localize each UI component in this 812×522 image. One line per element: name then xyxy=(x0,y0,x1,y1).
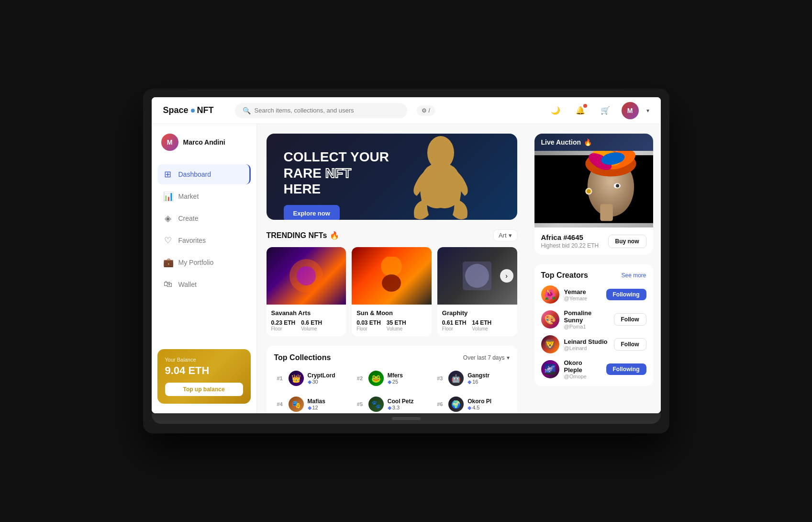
sidebar-item-market[interactable]: 📊 Market xyxy=(157,186,251,206)
nft-volume-1: 0.6 ETH Volume xyxy=(301,319,322,331)
auction-bid-info: Highest bid 20.22 ETH xyxy=(541,242,599,249)
collection-vol-1: ◆30 xyxy=(308,379,335,385)
creator-avatar-1: 🌺 xyxy=(541,285,559,304)
logo-nft: NFT xyxy=(197,105,214,115)
sidebar-item-create[interactable]: ◈ Create xyxy=(157,208,251,228)
theme-toggle-button[interactable]: 🌙 xyxy=(547,102,564,119)
collection-name-1: CryptLord xyxy=(308,372,335,379)
notifications-button[interactable]: 🔔 xyxy=(572,102,589,119)
collection-item-4[interactable]: #4 🎭 Mafias ◆12 xyxy=(274,394,349,413)
wallet-icon: 🛍 xyxy=(163,279,173,289)
following-button-1[interactable]: Following xyxy=(606,289,646,300)
nft-name-1: Savanah Arts xyxy=(271,309,342,317)
following-button-4[interactable]: Following xyxy=(606,363,646,375)
collection-name-5: Cool Petz xyxy=(388,398,414,405)
creators-section: Top Creators See more 🌺 Yemare @Yemare F… xyxy=(534,264,653,386)
creator-name-2: Pomaline Sunny xyxy=(564,309,609,324)
sidebar-item-wallet[interactable]: 🛍 Wallet xyxy=(157,274,251,294)
sidebar-item-favorites[interactable]: ♡ Favorites xyxy=(157,230,251,250)
sidebar-item-portfolio[interactable]: 💼 My Portfolio xyxy=(157,252,251,272)
creator-avatar-4: 🌌 xyxy=(541,360,559,378)
sidebar-item-dashboard[interactable]: ⊞ Dashboard xyxy=(157,164,251,184)
navbar-icons: 🌙 🔔 🛒 M ▾ xyxy=(547,102,649,119)
nft-volume-value-3: 14 ETH xyxy=(472,319,492,326)
collection-item-2[interactable]: #2 🐸 Mfers ◆25 xyxy=(354,368,429,389)
nft-name-2: Sun & Moon xyxy=(356,309,427,317)
filter-button[interactable]: ⚙ / xyxy=(417,105,435,116)
collection-item-5[interactable]: #5 🐾 Cool Petz ◆3.3 xyxy=(354,394,429,413)
art-filter-dropdown[interactable]: Art ▾ xyxy=(493,229,517,241)
search-bar[interactable]: 🔍 xyxy=(235,103,407,118)
collection-item-6[interactable]: #6 🌍 Okoro Pl ◆4.5 xyxy=(434,394,509,413)
nft-volume-value-1: 0.6 ETH xyxy=(301,319,322,326)
sidebar-avatar: M xyxy=(161,134,178,151)
creator-handle-2: @Poma1 xyxy=(564,324,609,329)
cart-button[interactable]: 🛒 xyxy=(597,102,614,119)
collections-header: Top Collections Over last 7 days ▾ xyxy=(274,353,510,362)
hero-banner: COLLECT YOUR RARE NFT HERE Explore now xyxy=(267,134,517,220)
creator-info-3: Leinard Studio @Leinard xyxy=(564,338,609,351)
nft-card-1[interactable]: Savanah Arts 0.23 ETH Floor 0.6 ETH Volu… xyxy=(267,247,346,336)
collection-vol-3: ◆16 xyxy=(467,379,489,385)
collections-title: Top Collections xyxy=(274,353,331,362)
creator-name-3: Leinard Studio xyxy=(564,338,609,345)
auction-item-info: Africa #4645 Highest bid 20.22 ETH xyxy=(541,233,599,249)
collection-details-6: Okoro Pl ◆4.5 xyxy=(467,398,491,411)
nft-info-3: Graphity 0.61 ETH Floor 14 ETH Volume xyxy=(437,305,517,336)
time-filter-chevron: ▾ xyxy=(507,354,510,361)
follow-button-2[interactable]: Follow xyxy=(614,313,646,326)
collections-section: Top Collections Over last 7 days ▾ #1 👑 … xyxy=(267,346,517,413)
user-avatar-button[interactable]: M xyxy=(622,102,639,119)
see-more-link[interactable]: See more xyxy=(621,272,646,279)
creator-info-2: Pomaline Sunny @Poma1 xyxy=(564,309,609,329)
nft-volume-label-2: Volume xyxy=(387,326,406,331)
balance-label: Your Balance xyxy=(165,357,243,363)
creators-title: Top Creators xyxy=(541,271,588,280)
auction-header-text: Live Auction xyxy=(541,138,581,146)
nft-stats-2: 0.03 ETH Floor 35 ETH Volume xyxy=(356,319,427,331)
creator-item-4: 🌌 Okoro Pleple @Omope Following xyxy=(541,359,646,379)
svg-rect-10 xyxy=(600,204,613,221)
market-icon: 📊 xyxy=(163,191,173,202)
collection-vol-5: ◆3.3 xyxy=(388,405,414,411)
nft-arrow-right[interactable]: › xyxy=(500,269,513,283)
art-filter-chevron: ▾ xyxy=(509,232,512,239)
nft-floor-value-1: 0.23 ETH xyxy=(271,319,296,326)
trending-section: TRENDING NFTs 🔥 Art ▾ xyxy=(267,229,517,336)
buy-now-button[interactable]: Buy now xyxy=(608,235,646,248)
sidebar-username: Marco Andini xyxy=(183,138,225,146)
logo-space: Space xyxy=(163,105,189,115)
collection-vol-6: ◆4.5 xyxy=(467,405,491,411)
nft-card-2[interactable]: Sun & Moon 0.03 ETH Floor 35 ETH Volume xyxy=(352,247,432,336)
collection-name-4: Mafias xyxy=(308,398,325,405)
nft-card-3[interactable]: › Graphity 0.61 ETH Floor xyxy=(437,247,517,336)
auction-image xyxy=(534,151,653,227)
auction-header: Live Auction 🔥 xyxy=(534,134,653,151)
nav-items: ⊞ Dashboard 📊 Market ◈ Create ♡ Favorite… xyxy=(157,164,251,294)
creator-handle-3: @Leinard xyxy=(564,345,609,351)
filter-icon: ⚙ xyxy=(422,107,427,114)
collection-rank-6: #6 xyxy=(437,401,445,407)
nft-image-1 xyxy=(267,247,346,305)
search-input[interactable] xyxy=(255,107,400,114)
auction-fire-emoji: 🔥 xyxy=(584,138,592,146)
collection-item-1[interactable]: #1 👑 CryptLord ◆30 xyxy=(274,368,349,389)
collection-rank-2: #2 xyxy=(357,375,365,381)
explore-button[interactable]: Explore now xyxy=(284,205,340,220)
sidebar-label-create: Create xyxy=(178,215,199,222)
sidebar: M Marco Andini ⊞ Dashboard 📊 Market ◈ Cr… xyxy=(152,124,257,413)
chevron-down-icon[interactable]: ▾ xyxy=(646,107,649,114)
collection-name-6: Okoro Pl xyxy=(467,398,491,405)
collection-rank-3: #3 xyxy=(437,375,445,381)
creator-item-1: 🌺 Yemare @Yemare Following xyxy=(541,285,646,304)
svg-point-19 xyxy=(586,189,590,193)
nft-volume-value-2: 35 ETH xyxy=(387,319,406,326)
collection-avatar-2: 🐸 xyxy=(368,371,384,386)
follow-button-3[interactable]: Follow xyxy=(614,338,646,351)
creator-avatar-3: 🦁 xyxy=(541,335,559,353)
top-up-button[interactable]: Top up balance xyxy=(165,383,243,396)
collection-avatar-4: 🎭 xyxy=(289,397,304,412)
collection-item-3[interactable]: #3 🤖 Gangstr ◆16 xyxy=(434,368,509,389)
collection-avatar-1: 👑 xyxy=(289,371,304,386)
time-filter-dropdown[interactable]: Over last 7 days ▾ xyxy=(463,354,510,361)
